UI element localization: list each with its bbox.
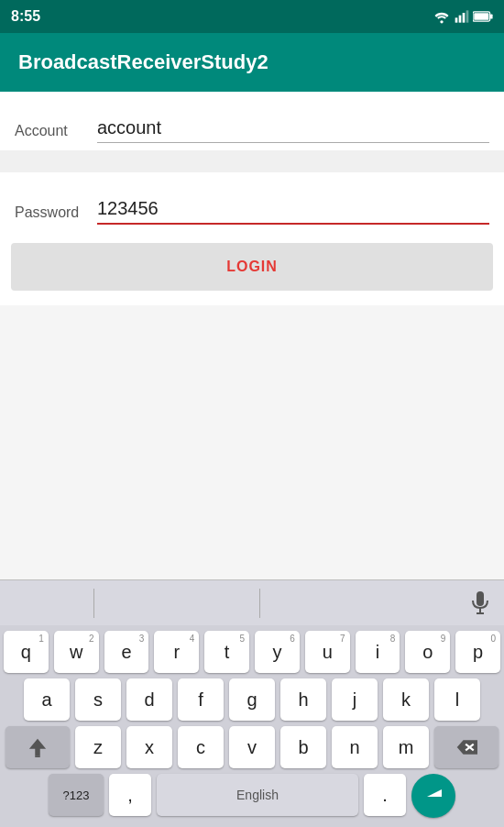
key-rows: 1q2w3e4r5t6y7u8i9o0p asdfghjkl zxcvbnm ?… bbox=[0, 625, 504, 827]
key-b[interactable]: b bbox=[280, 726, 326, 768]
key-y[interactable]: 6y bbox=[255, 631, 300, 673]
svg-rect-1 bbox=[455, 17, 458, 22]
key-t[interactable]: 5t bbox=[204, 631, 249, 673]
key-i[interactable]: 8i bbox=[356, 631, 400, 673]
key-e[interactable]: 3e bbox=[104, 631, 149, 673]
svg-rect-7 bbox=[474, 13, 488, 20]
key-space[interactable]: English bbox=[157, 774, 358, 816]
key-l[interactable]: l bbox=[434, 678, 480, 721]
key-row-1: 1q2w3e4r5t6y7u8i9o0p bbox=[4, 631, 500, 673]
svg-point-0 bbox=[440, 20, 443, 23]
signal-icon bbox=[455, 9, 469, 24]
status-icons bbox=[433, 9, 493, 24]
keyboard-toolbar bbox=[0, 579, 504, 625]
app-title: BroadcastReceiverStudy2 bbox=[18, 50, 268, 74]
key-row-2: asdfghjkl bbox=[4, 678, 500, 721]
key-j[interactable]: j bbox=[332, 678, 378, 721]
key-d[interactable]: d bbox=[126, 678, 172, 721]
key-f[interactable]: f bbox=[178, 678, 224, 721]
svg-rect-11 bbox=[35, 755, 40, 757]
key-r[interactable]: 4r bbox=[154, 631, 199, 673]
svg-rect-3 bbox=[463, 13, 466, 23]
account-row: Account bbox=[0, 92, 504, 150]
toolbar-divider-1 bbox=[93, 589, 94, 618]
key-o[interactable]: 9o bbox=[405, 631, 450, 673]
login-button[interactable]: LOGIN bbox=[11, 243, 493, 291]
key-n[interactable]: n bbox=[332, 726, 378, 768]
status-bar: 8:55 bbox=[0, 0, 504, 33]
key-u[interactable]: 7u bbox=[305, 631, 350, 673]
key-row-3: zxcvbnm bbox=[4, 726, 500, 768]
status-time: 8:55 bbox=[11, 8, 40, 25]
battery-icon bbox=[473, 10, 493, 23]
account-label: Account bbox=[15, 123, 97, 143]
wifi-icon bbox=[433, 9, 451, 24]
keyboard: 1q2w3e4r5t6y7u8i9o0p asdfghjkl zxcvbnm ?… bbox=[0, 579, 504, 827]
app-bar: BroadcastReceiverStudy2 bbox=[0, 33, 504, 92]
login-btn-row: LOGIN bbox=[0, 232, 504, 305]
form-area: Account Password LOGIN bbox=[0, 92, 504, 305]
key-k[interactable]: k bbox=[383, 678, 429, 721]
password-input-wrap bbox=[97, 198, 489, 225]
key-shift[interactable] bbox=[5, 726, 70, 768]
key-x[interactable]: x bbox=[126, 726, 172, 768]
password-input[interactable] bbox=[97, 198, 489, 219]
toolbar-divider-2 bbox=[259, 589, 260, 618]
microphone-icon[interactable] bbox=[467, 590, 493, 616]
toolbar-dividers bbox=[11, 580, 467, 625]
password-row: Password bbox=[0, 172, 504, 232]
key-period[interactable]: . bbox=[364, 774, 406, 816]
key-z[interactable]: z bbox=[75, 726, 121, 768]
key-a[interactable]: a bbox=[24, 678, 70, 721]
key-h[interactable]: h bbox=[280, 678, 326, 721]
key-g[interactable]: g bbox=[229, 678, 275, 721]
key-p[interactable]: 0p bbox=[455, 631, 500, 673]
svg-rect-6 bbox=[490, 14, 493, 18]
key-c[interactable]: c bbox=[178, 726, 224, 768]
key-enter[interactable] bbox=[411, 774, 455, 818]
key-s[interactable]: s bbox=[75, 678, 121, 721]
key-row-4: ?123,English. bbox=[4, 774, 500, 818]
svg-rect-4 bbox=[466, 10, 469, 22]
account-input[interactable] bbox=[97, 117, 489, 138]
key-num-switch[interactable]: ?123 bbox=[49, 774, 104, 816]
key-comma[interactable]: , bbox=[109, 774, 151, 816]
key-backspace[interactable] bbox=[434, 726, 499, 768]
key-m[interactable]: m bbox=[383, 726, 429, 768]
account-input-wrap bbox=[97, 117, 489, 143]
svg-rect-8 bbox=[477, 591, 484, 606]
key-q[interactable]: 1q bbox=[4, 631, 49, 673]
key-w[interactable]: 2w bbox=[54, 631, 99, 673]
password-label: Password bbox=[15, 204, 97, 225]
key-v[interactable]: v bbox=[229, 726, 275, 768]
svg-rect-2 bbox=[459, 16, 462, 23]
form-divider-1 bbox=[0, 150, 504, 172]
